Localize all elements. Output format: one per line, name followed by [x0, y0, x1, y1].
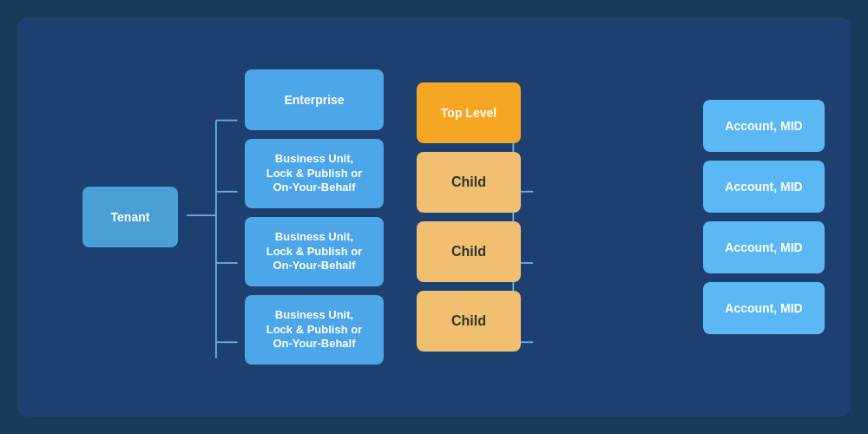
toplevel-label: Top Level	[441, 105, 496, 121]
account-label-3: Account, MID	[725, 240, 802, 255]
business-unit-box-1: Business Unit,Lock & Publish orOn-Your-B…	[245, 139, 384, 208]
account-label-4: Account, MID	[725, 300, 802, 316]
diagram: Tenant Enterprise Business Unit,Lock & P…	[17, 17, 851, 417]
account-box-4: Account, MID	[703, 282, 825, 334]
toplevel-column: Top Level Child Child Child	[417, 82, 521, 352]
child-box-2: Child	[417, 221, 521, 282]
child-label-3: Child	[451, 312, 486, 331]
layout: Tenant Enterprise Business Unit,Lock & P…	[43, 35, 825, 399]
business-unit-box-2: Business Unit,Lock & Publish orOn-Your-B…	[245, 217, 384, 286]
business-unit-label-2: Business Unit,Lock & Publish orOn-Your-B…	[266, 230, 363, 274]
child-label-1: Child	[451, 174, 486, 192]
business-unit-label-1: Business Unit,Lock & Publish orOn-Your-B…	[266, 152, 363, 196]
enterprise-box: Enterprise	[245, 69, 384, 130]
business-unit-label-3: Business Unit,Lock & Publish orOn-Your-B…	[266, 308, 363, 352]
account-box-1: Account, MID	[703, 100, 825, 152]
toplevel-children-column: Top Level Child Child Child	[417, 82, 521, 352]
child-label-2: Child	[451, 243, 486, 261]
account-box-3: Account, MID	[703, 221, 825, 273]
accounts-column: Account, MID Account, MID Account, MID A…	[703, 100, 825, 334]
accounts-list-column: Account, MID Account, MID Account, MID A…	[703, 100, 825, 334]
enterprise-column: Enterprise Business Unit,Lock & Publish …	[245, 69, 384, 365]
toplevel-box: Top Level	[417, 82, 521, 143]
tenant-label: Tenant	[111, 209, 150, 225]
enterprise-label: Enterprise	[284, 92, 344, 108]
child-box-1: Child	[417, 152, 521, 213]
account-label-2: Account, MID	[725, 179, 802, 194]
tenant-box: Tenant	[82, 187, 178, 247]
account-label-1: Account, MID	[725, 118, 802, 134]
enterprise-units-column: Enterprise Business Unit,Lock & Publish …	[245, 69, 384, 365]
child-box-3: Child	[417, 291, 521, 352]
account-box-2: Account, MID	[703, 161, 825, 213]
business-unit-box-3: Business Unit,Lock & Publish orOn-Your-B…	[245, 295, 384, 365]
tenant-column: Tenant	[82, 187, 178, 247]
